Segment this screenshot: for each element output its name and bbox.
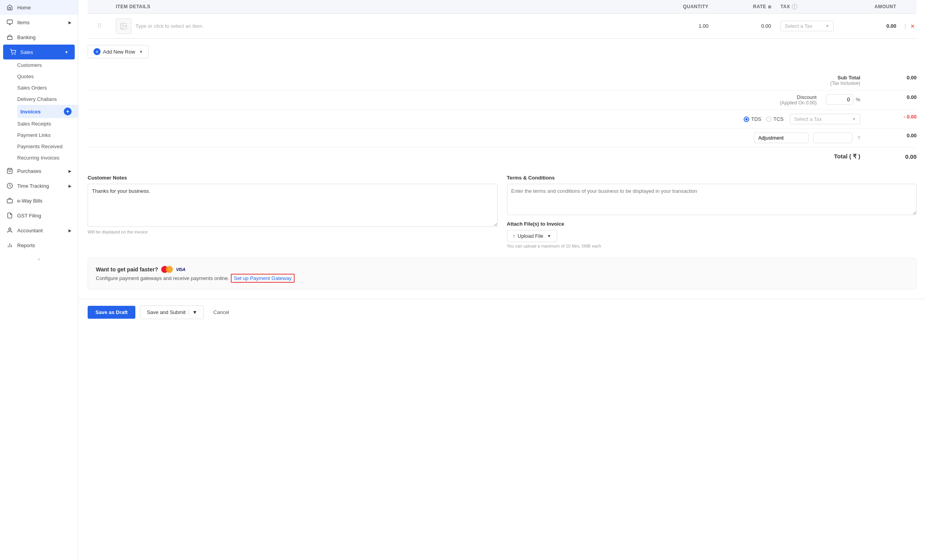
subtotal-value: 0.00 (870, 75, 917, 81)
upload-dropdown-icon[interactable]: ▼ (547, 234, 551, 238)
sidebar-item-invoices[interactable]: Invoices + (17, 105, 78, 118)
tds-tcs-label: TDS TCS Select a Tax ▼ (744, 114, 860, 124)
sidebar-item-home[interactable]: Home (0, 0, 78, 15)
adjustment-help-icon[interactable]: ? (857, 135, 860, 141)
home-icon (6, 4, 13, 11)
drag-handle[interactable]: ⠿ (88, 19, 111, 33)
sidebar-item-eway-label: e-Way Bills (17, 198, 72, 204)
sidebar-item-items-label: Items (17, 20, 65, 25)
sidebar-item-sales-receipts[interactable]: Sales Receipts (17, 118, 78, 129)
mastercard-logo (161, 266, 173, 273)
upload-file-button[interactable]: ↑ Upload File ▼ (507, 230, 557, 242)
discount-input[interactable] (826, 94, 853, 105)
sidebar-item-items[interactable]: Items ▶ (0, 15, 78, 30)
sidebar-item-customers[interactable]: Customers (17, 59, 78, 71)
sidebar-item-payments-received[interactable]: Payments Received (17, 141, 78, 152)
sidebar-item-purchases[interactable]: Purchases ▶ (0, 163, 78, 178)
total-row: Total ( ₹ ) 0.00 (88, 147, 917, 165)
tds-tax-select[interactable]: Select a Tax ▼ (790, 114, 860, 124)
save-submit-dropdown-icon[interactable]: ▼ (189, 309, 197, 315)
plus-circle-icon: + (93, 48, 101, 55)
payment-title: Want to get paid faster? VISA (96, 266, 908, 273)
sidebar-item-purchases-label: Purchases (17, 168, 65, 174)
sidebar-item-reports[interactable]: Reports (0, 238, 78, 253)
row-delete-icon[interactable]: ✕ (910, 23, 915, 29)
tds-radio[interactable]: TDS (744, 116, 761, 122)
customer-notes-section: Customer Notes Thanks for your business.… (88, 175, 498, 248)
sidebar-item-payment-links[interactable]: Payment Links (17, 129, 78, 141)
gst-icon (6, 212, 13, 219)
th-quantity: QUANTITY (666, 4, 713, 9)
tax-cell[interactable]: Select a Tax ▼ (776, 18, 838, 34)
sales-orders-label: Sales Orders (17, 85, 72, 91)
sidebar-item-quotes[interactable]: Quotes (17, 71, 78, 82)
quantity-cell[interactable]: 1.00 (666, 20, 713, 32)
adjustment-value-input[interactable] (813, 133, 852, 143)
payment-gateway-section: Want to get paid faster? VISA Configure … (88, 258, 917, 289)
accountant-arrow-icon: ▶ (68, 228, 72, 233)
sidebar-item-sales[interactable]: Sales ▼ (3, 45, 75, 59)
purchases-arrow-icon: ▶ (68, 169, 72, 173)
save-submit-button[interactable]: Save and Submit ▼ (140, 305, 204, 319)
sidebar-item-delivery-challans[interactable]: Delivery Challans (17, 93, 78, 105)
sidebar-item-sales-orders[interactable]: Sales Orders (17, 82, 78, 93)
svg-point-5 (15, 54, 15, 54)
visa-logo: VISA (176, 267, 185, 272)
svg-rect-8 (7, 199, 12, 203)
subtotal-row: Sub Total (Tax Inclusive) 0.00 (88, 71, 917, 90)
add-row-dropdown-icon[interactable]: ▼ (139, 50, 143, 54)
tax-chevron-icon: ▼ (825, 24, 829, 28)
sidebar-item-time-tracking[interactable]: Time Tracking ▶ (0, 178, 78, 193)
adjustment-label-input[interactable] (754, 133, 809, 143)
customer-notes-heading: Customer Notes (88, 175, 498, 181)
sidebar-item-gst-filing[interactable]: GST Filing (0, 208, 78, 223)
amount-cell: 0.00 (838, 20, 901, 32)
subtotal-label: Sub Total (Tax Inclusive) (782, 75, 860, 86)
discount-value: 0.00 (870, 94, 917, 100)
rate-sort-icon[interactable]: ⊞ (768, 5, 771, 9)
payments-received-label: Payments Received (17, 144, 72, 149)
add-new-row-button[interactable]: + Add New Row ▼ (88, 45, 149, 58)
sidebar-item-eway-bills[interactable]: e-Way Bills (0, 193, 78, 208)
totals-section: Sub Total (Tax Inclusive) 0.00 Discount … (88, 71, 917, 165)
item-details-cell[interactable]: Type or click to select an item. (111, 15, 666, 37)
sidebar-item-sales-label: Sales (20, 49, 61, 55)
total-label: Total ( ₹ ) (782, 153, 860, 160)
customer-notes-textarea[interactable]: Thanks for your business. (88, 184, 498, 227)
footer-actions: Save as Draft Save and Submit ▼ Cancel (78, 299, 926, 325)
sidebar-item-banking[interactable]: Banking (0, 30, 78, 45)
adjustment-value: 0.00 (870, 133, 917, 138)
customer-notes-hint: Will be displayed on the invoice (88, 230, 498, 234)
row-more-icon[interactable]: ⋮ (903, 23, 908, 29)
rate-cell[interactable]: 0.00 (713, 20, 776, 32)
purchases-icon (6, 167, 13, 174)
sidebar: Home Items ▶ Banking Sales ▼ Customers Q… (0, 0, 78, 560)
th-item-details: ITEM DETAILS (111, 4, 666, 9)
total-value: 0.00 (870, 153, 917, 160)
items-icon (6, 19, 13, 26)
item-image-placeholder (116, 18, 131, 34)
attach-heading: Attach File(s) to Invoice (507, 221, 917, 227)
tds-radio-dot (744, 117, 749, 122)
main-content: ITEM DETAILS QUANTITY RATE ⊞ TAX i AMOUN… (78, 0, 926, 560)
tcs-radio[interactable]: TCS (766, 116, 784, 122)
sidebar-item-accountant[interactable]: Accountant ▶ (0, 223, 78, 238)
svg-rect-0 (7, 20, 12, 23)
setup-payment-gateway-link[interactable]: Set up Payment Gateway (231, 274, 295, 283)
sidebar-item-reports-label: Reports (17, 242, 72, 248)
invoices-label: Invoices (20, 109, 60, 115)
tax-info-icon[interactable]: i (792, 4, 797, 9)
quotes-label: Quotes (17, 74, 72, 79)
cancel-button[interactable]: Cancel (209, 306, 234, 319)
sidebar-collapse-btn[interactable]: ‹ (0, 253, 78, 265)
sidebar-item-recurring-invoices[interactable]: Recurring Invoices (17, 152, 78, 163)
time-icon (6, 182, 13, 189)
add-invoice-btn[interactable]: + (64, 108, 72, 115)
terms-textarea[interactable] (507, 184, 917, 215)
terms-section: Terms & Conditions (507, 175, 917, 216)
svg-point-9 (9, 228, 11, 230)
tax-select-dropdown[interactable]: Select a Tax ▼ (780, 21, 834, 31)
save-draft-button[interactable]: Save as Draft (88, 306, 135, 319)
reports-icon (6, 242, 13, 249)
upload-icon: ↑ (513, 233, 516, 239)
